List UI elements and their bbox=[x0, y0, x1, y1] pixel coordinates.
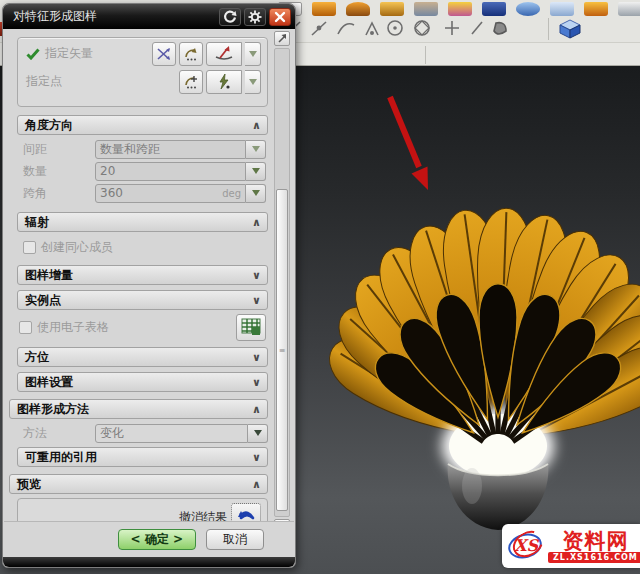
toolbar-icon-pattern[interactable] bbox=[448, 2, 472, 16]
toolbar-icon-sphere[interactable] bbox=[516, 2, 540, 16]
dialog-clip-button[interactable] bbox=[274, 31, 290, 46]
dialog-reset-button[interactable] bbox=[219, 8, 241, 26]
dialog-title-bar[interactable]: 对特征形成图样 bbox=[3, 4, 295, 29]
point-options-dropdown[interactable] bbox=[245, 70, 261, 94]
crossed-vectors-icon bbox=[156, 46, 172, 62]
section-instance-points[interactable]: 实例点 ∨ bbox=[17, 290, 268, 310]
watermark-logo: XS bbox=[506, 531, 546, 561]
spacing-dropdown-button[interactable] bbox=[246, 140, 266, 159]
method-label: 方法 bbox=[23, 425, 95, 442]
dialog-settings-button[interactable] bbox=[244, 8, 266, 26]
use-spreadsheet-label: 使用电子表格 bbox=[37, 319, 233, 336]
cancel-button[interactable]: 取消 bbox=[206, 529, 264, 550]
specify-vector-caption: 指定矢量 bbox=[26, 45, 149, 62]
undo-result-button[interactable] bbox=[231, 503, 261, 521]
chevron-up-icon: ∧ bbox=[252, 216, 261, 229]
dialog-close-button[interactable] bbox=[269, 8, 291, 26]
toolbar-icon-hole[interactable] bbox=[380, 2, 404, 16]
dropdown-arrow-icon bbox=[254, 430, 262, 436]
chevron-down-icon: ∨ bbox=[252, 376, 261, 389]
span-angle-label: 跨角 bbox=[23, 185, 95, 202]
span-options-button[interactable] bbox=[246, 184, 266, 203]
toolbar-icon-mirror[interactable] bbox=[482, 2, 506, 16]
rotation-axis-group: 指定矢量 指定点 bbox=[17, 37, 268, 107]
dropdown-caret-icon bbox=[249, 79, 257, 85]
close-icon bbox=[274, 11, 286, 23]
undo-icon bbox=[236, 509, 256, 521]
pattern-feature-dialog: 对特征形成图样 指定矢量 bbox=[2, 3, 296, 568]
span-angle-input[interactable]: 360 deg bbox=[95, 184, 246, 203]
use-spreadsheet-checkbox[interactable] bbox=[19, 321, 32, 334]
watermark-logo-text: XS bbox=[514, 536, 538, 555]
point-dialog-button[interactable] bbox=[179, 70, 203, 94]
scrollbar-track[interactable]: ≡ bbox=[274, 48, 290, 517]
watermark-site-name: 资料网 bbox=[562, 530, 628, 552]
specify-point-caption: 指定点 bbox=[26, 73, 176, 90]
feature-toolbar-row bbox=[278, 0, 640, 16]
undo-result-label: 撤消结果 bbox=[179, 509, 227, 522]
toolbar-separator bbox=[548, 18, 549, 40]
dialog-body: 指定矢量 指定点 bbox=[4, 29, 294, 521]
section-radiate[interactable]: 辐射 ∧ bbox=[17, 212, 268, 232]
chevron-up-icon: ∧ bbox=[252, 119, 261, 132]
reset-icon bbox=[223, 10, 237, 24]
chevron-down-icon: ∨ bbox=[252, 269, 261, 282]
vector-dialog-icon bbox=[183, 46, 199, 62]
gear-icon bbox=[248, 10, 262, 24]
dialog-title: 对特征形成图样 bbox=[13, 8, 216, 25]
vector-options-dropdown[interactable] bbox=[245, 42, 261, 66]
spreadsheet-icon bbox=[241, 318, 261, 336]
spacing-label: 间距 bbox=[23, 141, 95, 158]
scrollbar-thumb[interactable]: ≡ bbox=[276, 189, 288, 511]
section-pattern-settings[interactable]: 图样设置 ∨ bbox=[17, 372, 268, 392]
toolbar-icon-boss[interactable] bbox=[414, 2, 438, 16]
section-pattern-increment[interactable]: 图样增量 ∨ bbox=[17, 265, 268, 285]
watermark: XS 资料网 ZL.XS1616.COM bbox=[502, 524, 640, 568]
application-window: XS 资料网 ZL.XS1616.COM 对特征形成图样 bbox=[0, 0, 640, 574]
edit-spreadsheet-button[interactable] bbox=[236, 314, 266, 341]
preview-group: 撤消结果 bbox=[17, 498, 268, 521]
toolbar-icon-shell[interactable] bbox=[618, 2, 640, 16]
unit-label: deg bbox=[222, 188, 241, 199]
inferred-vector-button[interactable] bbox=[206, 42, 242, 66]
concentric-members-checkbox[interactable] bbox=[23, 241, 36, 254]
inferred-point-icon bbox=[215, 73, 233, 91]
concentric-members-label: 创建同心成员 bbox=[41, 239, 113, 256]
toolbar-icon-revolve[interactable] bbox=[346, 2, 370, 16]
dialog-scrollbar: ≡ ▼ bbox=[274, 31, 292, 534]
toolbar-icon-extrude[interactable] bbox=[312, 2, 336, 16]
dropdown-caret-icon bbox=[249, 51, 257, 57]
section-preview[interactable]: 预览 ∧ bbox=[9, 474, 268, 494]
chevron-down-icon: ∨ bbox=[252, 294, 261, 307]
count-label: 数量 bbox=[23, 163, 95, 180]
section-orientation[interactable]: 方位 ∨ bbox=[17, 347, 268, 367]
ok-button[interactable]: < 确定 > bbox=[118, 529, 196, 550]
chevron-down-icon: ∨ bbox=[252, 351, 261, 364]
section-pattern-method[interactable]: 图样形成方法 ∧ bbox=[9, 399, 268, 419]
section-reusable-references[interactable]: 可重用的引用 ∨ bbox=[17, 447, 268, 467]
watermark-url: ZL.XS1616.COM bbox=[548, 552, 640, 563]
count-options-button[interactable] bbox=[246, 162, 266, 181]
count-input[interactable]: 20 bbox=[95, 162, 246, 181]
down-arrow-icon bbox=[252, 168, 260, 174]
spacing-dropdown[interactable]: 数量和跨距 bbox=[95, 140, 246, 159]
thumb-grip-icon: ≡ bbox=[279, 346, 286, 355]
work-in-cube-icon[interactable] bbox=[557, 17, 583, 41]
checkmark-icon bbox=[26, 48, 40, 60]
toolbar-icon-blend[interactable] bbox=[550, 2, 574, 16]
chevron-down-icon: ∨ bbox=[252, 451, 261, 464]
section-angular-direction[interactable]: 角度方向 ∧ bbox=[17, 115, 268, 135]
inferred-point-button[interactable] bbox=[206, 70, 242, 94]
inferred-vector-icon bbox=[213, 45, 235, 63]
chevron-up-icon: ∧ bbox=[252, 478, 261, 491]
dialog-bottom-edge bbox=[3, 557, 295, 567]
method-dropdown[interactable]: 变化 bbox=[95, 424, 248, 443]
method-dropdown-button[interactable] bbox=[248, 424, 268, 443]
dialog-footer: < 确定 > 取消 bbox=[4, 521, 294, 557]
down-arrow-icon bbox=[252, 190, 260, 196]
dropdown-arrow-icon bbox=[252, 146, 260, 152]
two-point-vector-button[interactable] bbox=[152, 42, 176, 66]
toolbar-icon-chamfer[interactable] bbox=[584, 2, 608, 16]
vector-dialog-button[interactable] bbox=[179, 42, 203, 66]
snap-icons[interactable] bbox=[282, 17, 540, 41]
